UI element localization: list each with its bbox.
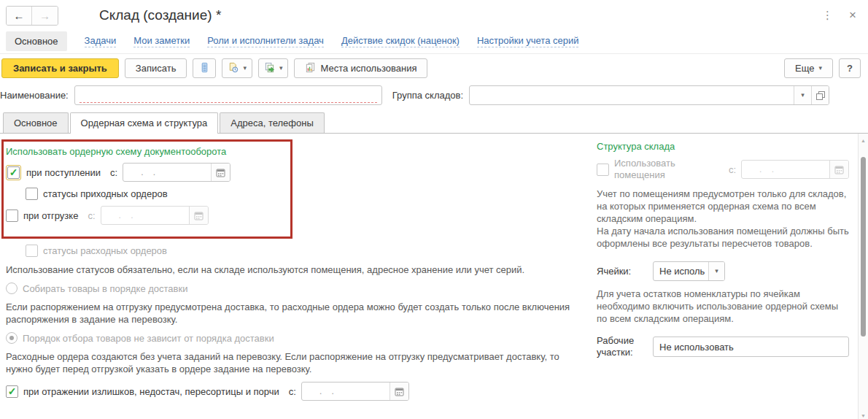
tab-content-panel: Использовать ордерную схему документообо… bbox=[0, 133, 868, 419]
work-areas-label: Рабочие участки: bbox=[597, 335, 648, 358]
list-button[interactable] bbox=[193, 58, 216, 78]
shipment-from-label: с: bbox=[88, 210, 95, 221]
premises-note-1: Учет по помещениям предусмотрен только д… bbox=[597, 188, 849, 225]
shipment-label: при отгрузке bbox=[23, 210, 78, 221]
delivery-order-radio-label: Собирать товары в порядке доставки bbox=[23, 283, 187, 294]
name-field-label: Наименование: bbox=[0, 90, 69, 101]
selection-order-radio bbox=[6, 332, 18, 344]
required-field-marker bbox=[80, 102, 377, 103]
work-areas-field[interactable]: Не использовать bbox=[653, 337, 849, 357]
cells-combo[interactable]: Не исполь ▾ bbox=[653, 261, 725, 281]
receipt-from-label: с: bbox=[110, 167, 117, 178]
receipt-date-field[interactable]: . . bbox=[123, 163, 230, 182]
calendar-icon bbox=[189, 207, 208, 224]
forward-arrow-icon: → bbox=[39, 9, 50, 22]
close-icon[interactable]: × bbox=[849, 8, 856, 23]
nav-item-main[interactable]: Основное bbox=[6, 31, 67, 51]
shipment-date-field: . . bbox=[101, 206, 209, 225]
document-history-icon bbox=[228, 62, 239, 75]
nav-link-discounts[interactable]: Действие скидок (наценок) bbox=[341, 35, 460, 47]
calendar-icon[interactable] bbox=[211, 164, 230, 181]
receipt-statuses-row: статусы приходных ордеров bbox=[26, 188, 284, 200]
nav-link-tasks[interactable]: Задачи bbox=[85, 35, 117, 47]
order-scheme-section: Использовать ордерную схему документообо… bbox=[6, 138, 576, 407]
tab-main[interactable]: Основное bbox=[3, 112, 69, 133]
delivery-note: Если распоряжением на отгрузку предусмот… bbox=[6, 301, 573, 326]
scrollbar-thumb[interactable] bbox=[861, 157, 866, 337]
receipt-label: при поступлении bbox=[26, 167, 101, 178]
premises-note-2: На дату начала использования помещений д… bbox=[597, 225, 849, 250]
cells-row: Ячейки: Не исполь ▾ bbox=[597, 261, 849, 281]
cells-label: Ячейки: bbox=[597, 266, 648, 277]
vertical-scrollbar[interactable]: ▲ ▼ bbox=[858, 134, 868, 419]
work-areas-value: Не использовать bbox=[659, 342, 734, 353]
tab-addresses[interactable]: Адреса, телефоны bbox=[220, 112, 325, 133]
receipt-statuses-checkbox[interactable] bbox=[26, 188, 38, 200]
scroll-up-arrow-icon[interactable]: ▲ bbox=[859, 138, 868, 143]
content-columns: Использовать ордерную схему документообо… bbox=[0, 134, 868, 407]
help-button[interactable]: ? bbox=[839, 58, 861, 78]
receipt-checkbox[interactable]: ✓ bbox=[7, 166, 20, 179]
chevron-down-icon: ▾ bbox=[819, 65, 823, 72]
calendar-icon bbox=[829, 161, 848, 178]
premises-from-label: с: bbox=[729, 164, 736, 175]
usage-places-label: Места использования bbox=[320, 63, 416, 74]
save-button[interactable]: Записать bbox=[125, 58, 187, 78]
receipt-statuses-label: статусы приходных ордеров bbox=[43, 188, 168, 199]
selection-note: Расходные ордера создаются без учета зад… bbox=[6, 350, 573, 375]
structure-title: Структура склада bbox=[597, 141, 849, 152]
warehouse-create-window: ← → Склад (создание) * ⋮ × Основное Зада… bbox=[0, 0, 868, 419]
surplus-row: ✓ при отражении излишков, недостач, пере… bbox=[6, 382, 576, 401]
selection-order-radio-row: Порядок отбора товаров не зависит от пор… bbox=[6, 332, 576, 344]
work-areas-row: Рабочие участки: Не использовать bbox=[597, 335, 849, 358]
page-title: Склад (создание) * bbox=[99, 7, 221, 23]
nav-link-series-settings[interactable]: Настройки учета серий bbox=[477, 35, 579, 47]
premises-label: Использовать помещения bbox=[614, 158, 719, 181]
more-button[interactable]: Еще ▾ bbox=[784, 58, 833, 78]
annotation-box: Использовать ордерную схему документообо… bbox=[1, 139, 292, 239]
save-and-close-button[interactable]: Записать и закрыть bbox=[1, 58, 119, 78]
back-arrow-icon: ← bbox=[14, 9, 25, 22]
nav-link-my-notes[interactable]: Мои заметки bbox=[133, 35, 190, 47]
more-menu-icon[interactable]: ⋮ bbox=[822, 9, 833, 22]
copy-button[interactable]: ▾ bbox=[258, 58, 289, 78]
warehouse-group-open-button[interactable] bbox=[811, 86, 829, 104]
surplus-checkbox[interactable]: ✓ bbox=[6, 385, 18, 398]
premises-date-field: . . bbox=[741, 160, 849, 179]
delivery-order-radio-row: Собирать товары в порядке доставки bbox=[6, 282, 576, 294]
receipt-row: ✓ при поступлении с: . . bbox=[6, 163, 284, 182]
history-button[interactable]: ▾ bbox=[222, 58, 252, 78]
shipment-checkbox[interactable] bbox=[6, 210, 18, 222]
back-button[interactable]: ← bbox=[7, 7, 32, 25]
list-icon bbox=[199, 62, 210, 75]
warehouse-structure-section: Структура склада Использовать помещения … bbox=[597, 138, 849, 407]
more-button-label: Еще bbox=[795, 63, 814, 74]
receipt-date-value: . . bbox=[123, 164, 211, 181]
calendar-icon[interactable] bbox=[390, 383, 408, 400]
title-bar: ← → Склад (создание) * ⋮ × bbox=[0, 0, 868, 29]
selection-order-radio-label: Порядок отбора товаров не зависит от пор… bbox=[23, 333, 274, 344]
surplus-date-field[interactable]: . . bbox=[301, 382, 409, 401]
scroll-down-arrow-icon[interactable]: ▼ bbox=[859, 413, 868, 418]
history-nav: ← → bbox=[6, 6, 58, 26]
chevron-down-icon: ▾ bbox=[243, 65, 247, 72]
forward-button[interactable]: → bbox=[32, 7, 58, 25]
tab-order-scheme[interactable]: Ордерная схема и структура bbox=[70, 112, 219, 134]
shipment-statuses-row: статусы расходных ордеров bbox=[26, 245, 576, 257]
chevron-down-icon: ▾ bbox=[715, 268, 718, 274]
toolbar: Записать и закрыть Записать ▾ ▾ Места ис… bbox=[0, 54, 868, 82]
name-input[interactable] bbox=[74, 85, 382, 105]
title-bar-actions: ⋮ × bbox=[822, 8, 861, 23]
warehouse-group-value bbox=[470, 86, 794, 104]
warehouse-group-dropdown-button[interactable]: ▾ bbox=[794, 86, 811, 104]
shipment-statuses-checkbox bbox=[26, 245, 38, 257]
cells-value: Не исполь bbox=[654, 262, 708, 280]
focus-ring: ✓ bbox=[6, 165, 21, 180]
nav-link-roles[interactable]: Роли и исполнители задач bbox=[207, 35, 324, 47]
shipment-date-value: . . bbox=[101, 207, 189, 224]
warehouse-group-combo[interactable]: ▾ bbox=[469, 85, 829, 105]
usage-places-button[interactable]: Места использования bbox=[294, 58, 427, 78]
surplus-from-label: с: bbox=[289, 386, 296, 397]
shipment-statuses-label: статусы расходных ордеров bbox=[43, 245, 167, 256]
cells-dropdown-button[interactable]: ▾ bbox=[708, 262, 724, 280]
